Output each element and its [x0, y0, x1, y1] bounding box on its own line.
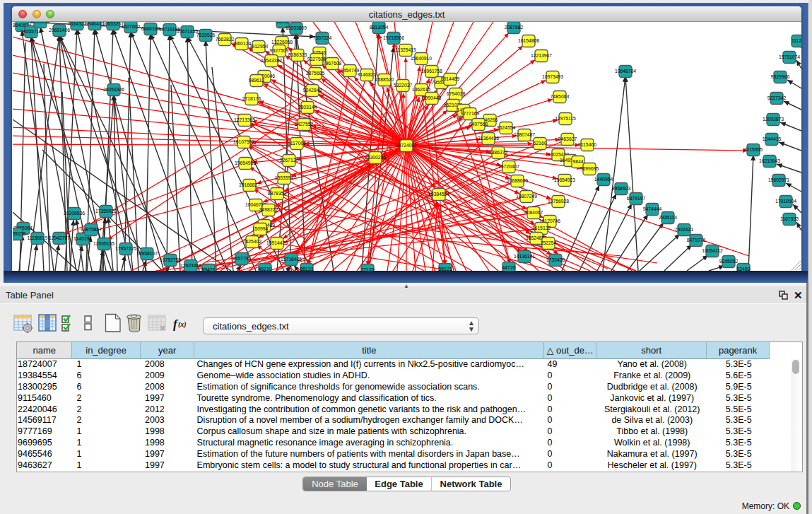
svg-text:88131: 88131 — [300, 267, 314, 271]
svg-text:14136141: 14136141 — [514, 254, 535, 259]
svg-text:2993134: 2993134 — [31, 22, 50, 24]
svg-text:1440954: 1440954 — [594, 177, 613, 182]
svg-text:7386372: 7386372 — [489, 150, 508, 155]
svg-text:16033809: 16033809 — [286, 25, 307, 30]
svg-text:16107553: 16107553 — [233, 139, 254, 144]
svg-text:9227342: 9227342 — [767, 95, 787, 100]
svg-text:12213369: 12213369 — [234, 117, 255, 122]
svg-text:16210643: 16210643 — [759, 158, 780, 163]
svg-text:3267130: 3267130 — [280, 158, 299, 163]
svg-text:7625402: 7625402 — [243, 239, 262, 244]
svg-text:3624554: 3624554 — [497, 125, 516, 130]
svg-text:150994: 150994 — [252, 226, 269, 231]
svg-text:15716485: 15716485 — [281, 257, 302, 262]
svg-text:9245052: 9245052 — [719, 259, 739, 264]
svg-text:55121: 55121 — [439, 267, 452, 271]
svg-text:12942757: 12942757 — [49, 235, 70, 240]
svg-text:8454749: 8454749 — [341, 68, 360, 73]
svg-text:16914479: 16914479 — [266, 240, 288, 245]
svg-text:8990448: 8990448 — [423, 95, 442, 100]
svg-text:1588520: 1588520 — [375, 77, 394, 82]
svg-text:9946410: 9946410 — [86, 22, 105, 26]
svg-text:18724007: 18724007 — [396, 143, 417, 148]
svg-text:8878352: 8878352 — [268, 191, 287, 196]
svg-text:2967608: 2967608 — [323, 61, 342, 66]
svg-text:9327509: 9327509 — [270, 48, 289, 53]
svg-text:26053346: 26053346 — [103, 87, 124, 92]
svg-text:12093873: 12093873 — [763, 117, 784, 122]
svg-text:9844: 9844 — [572, 159, 583, 164]
svg-text:6794028: 6794028 — [447, 91, 466, 96]
svg-text:3960124: 3960124 — [233, 41, 252, 46]
svg-text:17010504: 17010504 — [775, 199, 796, 204]
svg-text:20691406: 20691406 — [49, 28, 70, 33]
svg-text:77120: 77120 — [361, 267, 375, 271]
svg-text:9115460: 9115460 — [578, 142, 596, 147]
svg-text:2935114: 2935114 — [659, 215, 677, 220]
svg-text:10756928: 10756928 — [548, 199, 569, 204]
svg-text:3498222: 3498222 — [259, 207, 278, 212]
svg-text:15751074: 15751074 — [779, 54, 800, 59]
svg-text:9117006: 9117006 — [288, 141, 306, 146]
svg-text:9777169: 9777169 — [461, 111, 480, 116]
svg-text:6497568: 6497568 — [469, 122, 488, 127]
svg-text:19218506: 19218506 — [383, 35, 404, 40]
svg-text:15640910: 15640910 — [411, 56, 432, 61]
svg-text:7515526: 7515526 — [196, 33, 216, 37]
svg-text:1527602: 1527602 — [122, 24, 141, 29]
svg-text:93975887: 93975887 — [81, 227, 102, 232]
svg-text:2087682: 2087682 — [505, 25, 524, 30]
svg-text:16782759: 16782759 — [160, 257, 181, 262]
svg-text:9699695: 9699695 — [580, 166, 599, 171]
svg-text:99421: 99421 — [202, 267, 216, 271]
svg-text:16032: 16032 — [276, 22, 290, 24]
svg-text:10807487: 10807487 — [514, 132, 535, 137]
svg-text:8186323: 8186323 — [288, 52, 307, 57]
svg-text:2718176: 2718176 — [242, 96, 261, 101]
svg-text:5322037: 5322037 — [394, 83, 413, 88]
svg-text:16543382: 16543382 — [261, 58, 282, 63]
svg-text:18807249: 18807249 — [516, 194, 537, 199]
svg-text:1362615: 1362615 — [412, 87, 431, 92]
svg-text:46210: 46210 — [259, 267, 272, 271]
svg-text:19384554: 19384554 — [428, 192, 449, 197]
svg-text:17957225: 17957225 — [115, 246, 136, 251]
svg-text:19654985: 19654985 — [235, 160, 256, 165]
svg-text:9329966: 9329966 — [771, 74, 790, 79]
svg-text:9474444: 9474444 — [643, 206, 662, 211]
svg-text:6466160: 6466160 — [141, 26, 160, 31]
svg-text:19654923: 19654923 — [554, 177, 575, 182]
svg-text:7654321: 7654321 — [68, 22, 87, 26]
svg-text:1244415: 1244415 — [763, 136, 782, 141]
svg-text:7357224: 7357224 — [313, 35, 332, 40]
svg-text:11325419: 11325419 — [395, 47, 416, 52]
svg-text:8813054: 8813054 — [370, 25, 389, 30]
svg-text:10688609: 10688609 — [507, 178, 528, 183]
svg-text:10653267: 10653267 — [102, 22, 124, 26]
svg-text:1353594: 1353594 — [275, 175, 294, 180]
svg-text:8471076: 8471076 — [687, 238, 706, 243]
svg-text:8958923: 8958923 — [612, 186, 631, 191]
svg-text:9242848: 9242848 — [303, 88, 322, 93]
svg-text:6879197: 6879197 — [627, 196, 646, 201]
svg-text:44720: 44720 — [502, 265, 516, 270]
svg-text:7663822: 7663822 — [216, 37, 235, 42]
svg-text:6014489: 6014489 — [441, 76, 460, 81]
svg-text:2639159: 2639159 — [13, 231, 25, 236]
svg-text:7485063: 7485063 — [551, 94, 570, 99]
svg-text:9146821: 9146821 — [358, 72, 377, 77]
svg-text:1145194: 1145194 — [73, 236, 92, 241]
svg-text:20206536: 20206536 — [64, 211, 85, 216]
svg-text:19166827: 19166827 — [239, 182, 260, 187]
svg-text:11121: 11121 — [792, 38, 801, 43]
svg-text:2803144: 2803144 — [298, 105, 317, 110]
svg-text:11156819: 11156819 — [27, 235, 47, 240]
svg-text:16961758: 16961758 — [421, 69, 442, 74]
svg-text:10054112: 10054112 — [702, 248, 723, 253]
svg-text:13226058: 13226058 — [271, 40, 293, 45]
svg-text:989612: 989612 — [249, 78, 265, 83]
svg-text:10648784: 10648784 — [615, 69, 636, 74]
svg-text:10973493: 10973493 — [542, 74, 563, 79]
svg-text:3912954: 3912954 — [249, 44, 269, 49]
svg-text:12505135: 12505135 — [93, 241, 114, 246]
